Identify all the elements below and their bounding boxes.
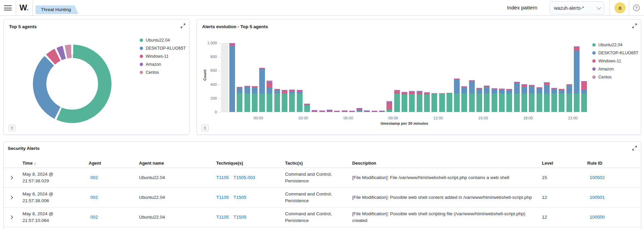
stacked-bar[interactable] bbox=[237, 87, 242, 112]
agent-link[interactable]: 002 bbox=[90, 195, 98, 200]
stacked-bar[interactable] bbox=[297, 90, 303, 112]
technique-link[interactable]: T1505 bbox=[233, 195, 246, 200]
column-header-description[interactable]: Description bbox=[350, 161, 539, 166]
stacked-bar[interactable] bbox=[447, 93, 452, 112]
stacked-bar[interactable] bbox=[394, 90, 400, 112]
rule-id-link[interactable]: 100500 bbox=[590, 215, 605, 220]
stacked-bar[interactable] bbox=[402, 92, 407, 112]
stacked-bar[interactable] bbox=[439, 93, 445, 112]
stacked-bar[interactable] bbox=[566, 84, 572, 112]
column-header-agent[interactable]: Agent bbox=[86, 161, 136, 166]
stacked-bar[interactable] bbox=[364, 110, 370, 112]
technique-link[interactable]: T1105 bbox=[216, 175, 229, 180]
stacked-bar[interactable] bbox=[469, 80, 475, 112]
agent-link[interactable]: 002 bbox=[90, 215, 98, 220]
stacked-bar[interactable] bbox=[424, 92, 430, 112]
stacked-bar[interactable] bbox=[581, 81, 587, 112]
rule-id-link[interactable]: 100501 bbox=[590, 195, 605, 200]
stacked-bar[interactable] bbox=[304, 104, 310, 112]
stacked-bar[interactable] bbox=[454, 78, 460, 112]
stacked-bar[interactable] bbox=[431, 93, 437, 112]
expand-row-button[interactable] bbox=[4, 192, 20, 203]
stacked-bar[interactable] bbox=[484, 85, 490, 112]
tab-threat-hunting[interactable]: Threat Hunting bbox=[36, 5, 78, 14]
column-header-time[interactable]: Time↓ bbox=[20, 161, 86, 166]
stacked-bar[interactable] bbox=[521, 84, 527, 112]
column-header-technique-s-[interactable]: Technique(s) bbox=[214, 161, 282, 166]
stacked-bar[interactable] bbox=[379, 111, 385, 112]
legend-item[interactable]: Amazon bbox=[140, 60, 186, 68]
stacked-bar[interactable] bbox=[386, 101, 392, 112]
legend-toggle-icon[interactable]: ☰ bbox=[201, 125, 209, 131]
stacked-bar[interactable] bbox=[461, 86, 467, 112]
stacked-bar[interactable] bbox=[252, 86, 258, 112]
agent-link[interactable]: 002 bbox=[90, 175, 98, 180]
column-header-agent-name[interactable]: Agent name bbox=[136, 161, 214, 166]
bar-segment bbox=[282, 91, 287, 94]
legend-item[interactable]: Centos bbox=[140, 68, 186, 76]
wazuh-logo[interactable]: W. bbox=[19, 3, 28, 12]
stacked-bar[interactable] bbox=[312, 110, 317, 112]
stacked-bar[interactable] bbox=[409, 91, 415, 112]
stacked-bar[interactable] bbox=[537, 87, 542, 112]
column-header-tactic-s-[interactable]: Tactic(s) bbox=[282, 161, 350, 166]
menu-icon[interactable] bbox=[4, 5, 12, 10]
stacked-bar[interactable] bbox=[229, 43, 235, 112]
expand-icon[interactable] bbox=[632, 146, 637, 151]
legend-item[interactable]: Ubuntu22.04 bbox=[140, 36, 186, 44]
legend-item[interactable]: Centos bbox=[592, 73, 638, 81]
stacked-bar[interactable] bbox=[267, 80, 272, 112]
stacked-bar[interactable] bbox=[499, 89, 505, 112]
index-pattern-select[interactable]: wazuh-alerts-* bbox=[550, 1, 604, 14]
expand-icon[interactable] bbox=[632, 23, 637, 28]
stacked-bar[interactable] bbox=[334, 111, 340, 112]
legend-item[interactable]: Windows-11 bbox=[592, 57, 638, 65]
stacked-bar[interactable] bbox=[574, 46, 580, 112]
stacked-bar[interactable] bbox=[282, 90, 287, 112]
stacked-bar[interactable] bbox=[417, 91, 422, 112]
alert-row: May 8, 2024 @ 21:57:38.006002Ubuntu22.04… bbox=[4, 188, 641, 208]
technique-link[interactable]: T1505.003 bbox=[233, 175, 255, 180]
stacked-bar[interactable] bbox=[551, 88, 557, 112]
stacked-bar[interactable] bbox=[244, 86, 250, 112]
stacked-bar[interactable] bbox=[559, 89, 564, 112]
stacked-bar[interactable] bbox=[476, 88, 482, 112]
legend-item[interactable]: Amazon bbox=[592, 65, 638, 73]
legend-item[interactable]: Windows-11 bbox=[140, 52, 186, 60]
column-header-level[interactable]: Level bbox=[539, 161, 585, 166]
stacked-bar[interactable] bbox=[349, 111, 355, 112]
avatar[interactable]: a bbox=[614, 2, 626, 13]
stacked-bar[interactable] bbox=[506, 89, 512, 112]
bar-segment bbox=[566, 94, 572, 112]
stacked-bar[interactable] bbox=[372, 111, 377, 112]
column-header-rule-id[interactable]: Rule ID bbox=[585, 161, 642, 166]
level-cell: 12 bbox=[539, 191, 585, 204]
top-5-agents-donut[interactable] bbox=[33, 45, 111, 123]
stacked-bar[interactable] bbox=[357, 108, 362, 112]
technique-link[interactable]: T1105 bbox=[216, 215, 229, 220]
stacked-bar[interactable] bbox=[514, 82, 520, 112]
legend-item[interactable]: Ubuntu22.04 bbox=[592, 41, 638, 49]
stacked-bar[interactable] bbox=[259, 68, 265, 112]
legend-toggle-icon[interactable]: ☰ bbox=[8, 125, 15, 131]
technique-link[interactable]: T1505 bbox=[233, 215, 246, 220]
legend-item[interactable]: DESKTOP-KLUO65T bbox=[140, 44, 186, 52]
expand-row-button[interactable] bbox=[4, 212, 20, 223]
technique-link[interactable]: T1105 bbox=[216, 195, 229, 200]
bar-segment bbox=[252, 94, 258, 112]
stacked-bar[interactable] bbox=[327, 110, 332, 112]
help-icon[interactable]: ? bbox=[633, 5, 640, 11]
expand-icon[interactable] bbox=[180, 23, 186, 28]
stacked-bar[interactable] bbox=[319, 110, 325, 112]
bar-segment bbox=[514, 94, 520, 112]
stacked-bar[interactable] bbox=[342, 110, 348, 112]
alerts-evolution-bar-chart[interactable] bbox=[221, 43, 588, 112]
stacked-bar[interactable] bbox=[544, 82, 550, 112]
rule-id-link[interactable]: 100502 bbox=[590, 175, 605, 180]
legend-item[interactable]: DESKTOP-KLUO65T bbox=[592, 49, 638, 57]
expand-row-button[interactable] bbox=[4, 172, 20, 183]
stacked-bar[interactable] bbox=[289, 90, 295, 112]
stacked-bar[interactable] bbox=[529, 85, 535, 112]
stacked-bar[interactable] bbox=[274, 89, 280, 112]
stacked-bar[interactable] bbox=[492, 88, 497, 112]
